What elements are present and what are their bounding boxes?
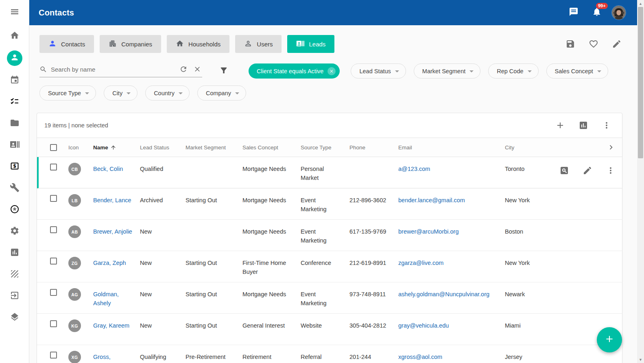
contact-name-link[interactable]: Goldman, Ashely bbox=[93, 291, 119, 306]
preview-row-button[interactable] bbox=[559, 166, 569, 175]
contact-name-link[interactable]: Bender, Lance bbox=[93, 197, 131, 203]
sidebar-item-tasks[interactable] bbox=[0, 91, 29, 113]
contact-name-link[interactable]: Gross, bbox=[93, 354, 111, 360]
filter-chip-company[interactable]: Company bbox=[197, 85, 246, 101]
filter-funnel-button[interactable] bbox=[219, 66, 228, 77]
column-header-lead-status[interactable]: Lead Status bbox=[140, 144, 186, 151]
sidebar-item-home[interactable] bbox=[0, 25, 29, 47]
chip-label: Country bbox=[154, 90, 175, 96]
person-outline-icon bbox=[244, 39, 252, 49]
clear-search-button[interactable] bbox=[193, 65, 202, 74]
table-more-button[interactable] bbox=[602, 120, 611, 130]
column-header-name[interactable]: Name bbox=[93, 144, 140, 151]
table-row[interactable]: AG Goldman, Ashely New Starting Out Mort… bbox=[37, 282, 622, 314]
sales-concept-cell: First-Time Home Buyer bbox=[242, 251, 301, 276]
scroll-up-arrow[interactable]: ▲ bbox=[637, 0, 644, 7]
remove-filter-button[interactable] bbox=[327, 67, 336, 75]
sidebar-item-reports[interactable] bbox=[0, 242, 29, 264]
save-view-button[interactable] bbox=[565, 39, 575, 49]
column-header-phone[interactable]: Phone bbox=[349, 144, 398, 151]
select-all-checkbox[interactable] bbox=[50, 144, 57, 151]
filter-row-1: Client State equals Active Lead StatusMa… bbox=[29, 53, 637, 79]
contact-email-link[interactable]: bender.lance@gmail.com bbox=[398, 197, 465, 203]
column-header-market-segment[interactable]: Market Segment bbox=[186, 144, 242, 151]
sidebar-item-featured[interactable] bbox=[0, 199, 29, 221]
user-avatar[interactable] bbox=[612, 6, 626, 20]
active-filter-chip[interactable]: Client State equals Active bbox=[249, 63, 340, 79]
add-item-button[interactable] bbox=[555, 120, 565, 130]
row-checkbox[interactable] bbox=[50, 226, 57, 233]
add-contact-fab[interactable] bbox=[597, 327, 622, 352]
sidebar-item-marketing[interactable] bbox=[0, 264, 29, 285]
sidebar-item-exit[interactable] bbox=[0, 285, 29, 307]
sidebar-item-leads[interactable] bbox=[0, 134, 29, 156]
chat-button[interactable] bbox=[565, 4, 582, 21]
column-header-city[interactable]: City bbox=[505, 144, 558, 151]
scrollbar-thumb[interactable] bbox=[638, 7, 643, 158]
contact-name-link[interactable]: Brewer, Anjolie bbox=[93, 228, 132, 235]
filter-chip-city[interactable]: City bbox=[104, 85, 138, 101]
scrollbar[interactable]: ▲ ▼ bbox=[637, 0, 644, 363]
filter-chip-lead-status[interactable]: Lead Status bbox=[351, 63, 406, 79]
sidebar-item-contacts[interactable] bbox=[0, 47, 29, 70]
tab-label: Households bbox=[188, 41, 220, 48]
contact-name-link[interactable]: Gray, Kareem bbox=[93, 322, 129, 329]
source-type-cell: Event Marketing bbox=[301, 188, 349, 214]
contact-email-link[interactable]: a@123.com bbox=[398, 166, 430, 172]
filter-chip-country[interactable]: Country bbox=[145, 85, 190, 101]
column-header-email[interactable]: Email bbox=[398, 144, 505, 151]
filter-chip-sales-concept[interactable]: Sales Concept bbox=[546, 63, 608, 79]
table-row[interactable]: CB Beck, Colin Qualified Mortgage Needs … bbox=[37, 157, 622, 188]
contact-email-link[interactable]: brewer@arcuMorbi.org bbox=[398, 228, 459, 235]
home-icon bbox=[176, 39, 184, 49]
sidebar-item-tools[interactable] bbox=[0, 177, 29, 199]
row-checkbox[interactable] bbox=[50, 289, 57, 296]
contact-name-link[interactable]: Garza, Zeph bbox=[93, 260, 126, 266]
table-row[interactable]: ZG Garza, Zeph New Starting Out First-Ti… bbox=[37, 251, 622, 282]
sidebar-item-menu[interactable] bbox=[0, 0, 29, 25]
scroll-down-arrow[interactable]: ▼ bbox=[637, 356, 644, 363]
contact-email-link[interactable]: gray@vehicula.edu bbox=[398, 322, 449, 329]
column-header-source-type[interactable]: Source Type bbox=[301, 144, 349, 151]
notifications-button[interactable]: 99+ bbox=[589, 4, 605, 21]
contact-email-link[interactable]: ashely.goldman@Nuncpulvinar.org bbox=[398, 291, 489, 297]
table-row[interactable]: KG Gray, Kareem New Starting Out General… bbox=[37, 314, 622, 345]
refresh-button[interactable] bbox=[179, 65, 188, 74]
chart-view-button[interactable] bbox=[579, 120, 588, 130]
row-checkbox[interactable] bbox=[50, 258, 57, 265]
tab-contacts[interactable]: Contacts bbox=[39, 35, 94, 53]
filter-chip-market-segment[interactable]: Market Segment bbox=[414, 63, 480, 79]
row-checkbox[interactable] bbox=[50, 164, 57, 171]
tab-companies[interactable]: Companies bbox=[100, 35, 161, 53]
tab-leads[interactable]: Leads bbox=[287, 35, 334, 53]
favorite-view-button[interactable] bbox=[589, 39, 598, 49]
sidebar-item-calendar[interactable] bbox=[0, 70, 29, 91]
tab-users[interactable]: Users bbox=[235, 35, 282, 53]
table-row[interactable]: AB Brewer, Anjolie New Mortgage Needs Ev… bbox=[37, 220, 622, 251]
contact-email-link[interactable]: xgross@aol.com bbox=[398, 354, 442, 360]
row-checkbox[interactable] bbox=[50, 352, 57, 359]
search-input[interactable] bbox=[51, 66, 175, 73]
edit-row-button[interactable] bbox=[583, 166, 592, 175]
column-header-sales-concept[interactable]: Sales Concept bbox=[242, 144, 301, 151]
menu-icon bbox=[10, 7, 20, 18]
edit-view-button[interactable] bbox=[612, 39, 622, 49]
table-row[interactable]: LB Bender, Lance Archived Starting Out M… bbox=[37, 188, 622, 220]
tab-households[interactable]: Households bbox=[167, 35, 229, 53]
filter-chip-rep-code[interactable]: Rep Code bbox=[488, 63, 538, 79]
sidebar-item-billing[interactable]: $ bbox=[0, 156, 29, 177]
row-more-button[interactable] bbox=[606, 166, 616, 175]
sidebar-item-settings[interactable] bbox=[0, 221, 29, 242]
scroll-columns-right-button[interactable] bbox=[607, 143, 616, 152]
table-row[interactable]: XG Gross, Qualifying Pre-Retirement Reti… bbox=[37, 345, 622, 363]
column-header-icon[interactable]: Icon bbox=[68, 144, 93, 151]
filter-chips-row1: Lead StatusMarket SegmentRep CodeSales C… bbox=[351, 63, 608, 79]
contact-name-link[interactable]: Beck, Colin bbox=[93, 166, 123, 172]
sidebar-item-layers[interactable] bbox=[0, 307, 29, 328]
sidebar-item-documents[interactable] bbox=[0, 113, 29, 134]
row-checkbox[interactable] bbox=[50, 320, 57, 327]
contact-email-link[interactable]: zgarza@live.com bbox=[398, 260, 443, 266]
row-checkbox[interactable] bbox=[50, 195, 57, 202]
filter-chip-source-type[interactable]: Source Type bbox=[39, 85, 96, 101]
svg-text:$: $ bbox=[13, 163, 16, 169]
